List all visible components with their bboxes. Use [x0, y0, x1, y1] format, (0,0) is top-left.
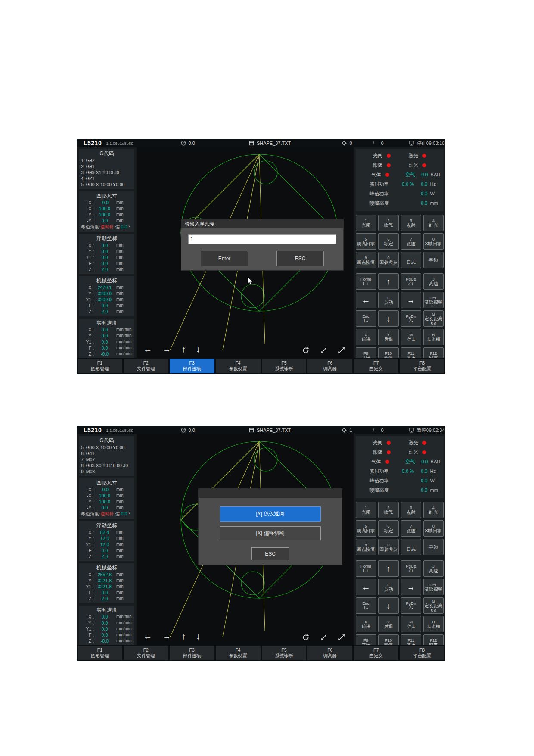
fkey-f1[interactable]: F1图形管理: [78, 359, 122, 373]
keypad-button[interactable]: -日志: [401, 252, 421, 268]
keypad-button[interactable]: G定长距离5.0: [423, 310, 444, 327]
enter-button[interactable]: Enter: [201, 251, 248, 266]
keypad-button[interactable]: DEL清除报警: [423, 292, 444, 308]
keypad-button[interactable]: 7跟随: [401, 233, 421, 250]
esc-button[interactable]: ESC: [251, 547, 289, 560]
refresh-icon[interactable]: [302, 347, 310, 354]
fit-view-icon[interactable]: [321, 634, 327, 640]
keypad-button[interactable]: Y后退: [378, 329, 398, 345]
keypad-button[interactable]: ↑: [378, 273, 398, 290]
offset-cut-button[interactable]: [X] 偏移切割: [220, 526, 321, 540]
keypad-button[interactable]: 9断点恢复: [356, 252, 376, 268]
keypad-button[interactable]: PgUpZ+: [401, 273, 421, 290]
fkey-f6[interactable]: F6调高器: [307, 646, 352, 660]
keypad-button[interactable]: HomeF+: [356, 273, 376, 290]
fkey-f3[interactable]: F3部件选项: [170, 646, 214, 660]
fit-view-icon[interactable]: [321, 347, 327, 353]
pierce-number-input[interactable]: [188, 234, 336, 244]
keypad-button[interactable]: F点动: [378, 579, 398, 595]
monitor-icon: [409, 428, 414, 433]
keypad-button[interactable]: 寻边: [423, 539, 444, 555]
keypad-button[interactable]: →: [401, 579, 421, 595]
pan-right-icon[interactable]: →: [162, 631, 171, 641]
keypad-button[interactable]: 4红光: [423, 215, 444, 231]
keypad-button[interactable]: Y后退: [378, 616, 398, 632]
pan-up-icon[interactable]: ↑: [181, 631, 186, 641]
keypad-button[interactable]: 8X轴回零: [423, 233, 444, 250]
keypad-button[interactable]: M空走: [401, 616, 421, 632]
keypad-button[interactable]: ←: [356, 292, 376, 308]
keypad-button[interactable]: M空走: [401, 329, 421, 345]
keypad-button[interactable]: PgDnZ-: [401, 597, 421, 614]
fkey-f5[interactable]: F5系统诊断: [262, 359, 307, 373]
keypad-button[interactable]: EndF-: [356, 597, 376, 614]
keypad-button[interactable]: 4红光: [423, 502, 444, 518]
pan-up-icon[interactable]: ↑: [181, 344, 186, 354]
keypad-button[interactable]: 2吹气: [378, 215, 398, 231]
edge-angle-unit: °: [127, 511, 130, 516]
keypad-button[interactable]: 8X轴回零: [423, 520, 444, 537]
fkey-f6[interactable]: F6调高器: [307, 359, 352, 373]
fkey-f1[interactable]: F1图形管理: [78, 646, 122, 660]
keypad-button[interactable]: 9断点恢复: [356, 539, 376, 555]
coord-row: Y :0.0mm: [81, 248, 133, 254]
keypad-button[interactable]: ↓: [378, 597, 398, 614]
keypad-button[interactable]: X前进: [356, 329, 376, 345]
keypad-button[interactable]: EndF-: [356, 310, 376, 327]
zoom-extents-icon[interactable]: [338, 347, 345, 354]
keypad-button[interactable]: 1光闸: [356, 502, 376, 518]
keypad-button[interactable]: 1光闸: [356, 215, 376, 231]
keypad-button[interactable]: PgDnZ-: [401, 310, 421, 327]
keypad-button[interactable]: 5调高回零: [356, 233, 376, 250]
pan-right-icon[interactable]: →: [162, 344, 171, 354]
fkey-f8[interactable]: F8平台配置: [400, 646, 444, 660]
pan-down-icon[interactable]: ↓: [196, 344, 200, 354]
keypad-button[interactable]: 寻边: [423, 252, 444, 268]
keypad-button[interactable]: 7跟随: [401, 520, 421, 537]
fkey-f2[interactable]: F2文件管理: [124, 359, 168, 373]
keypad-button[interactable]: 0回参考点: [378, 539, 398, 555]
keypad-button[interactable]: 6标定: [378, 233, 398, 250]
keypad-button[interactable]: PgUpZ+: [401, 560, 421, 577]
keypad-button[interactable]: 6标定: [378, 520, 398, 537]
keypad-button[interactable]: -日志: [401, 539, 421, 555]
keypad-button[interactable]: 3点射: [401, 215, 421, 231]
coord-row: X :2470.1mm: [81, 284, 133, 291]
pan-down-icon[interactable]: ↓: [196, 631, 200, 641]
keypad-button[interactable]: ↓: [378, 310, 398, 327]
pan-left-icon[interactable]: ←: [143, 344, 152, 354]
fkey-f7[interactable]: F7自定义: [354, 646, 398, 660]
keypad-button[interactable]: HomeF+: [356, 560, 376, 577]
fkey-f2[interactable]: F2文件管理: [124, 646, 168, 660]
fkey-f3[interactable]: F3部件选项: [170, 359, 214, 373]
keypad-button[interactable]: 5调高回零: [356, 520, 376, 537]
return-only-button[interactable]: [Y] 仅仅返回: [220, 506, 321, 522]
keypad-button[interactable]: F点动: [378, 292, 398, 308]
gas-type: 空气: [389, 172, 415, 178]
keypad-button[interactable]: J高速: [423, 560, 444, 577]
pan-left-icon[interactable]: ←: [143, 631, 152, 641]
esc-button[interactable]: ESC: [276, 251, 324, 266]
fkey-f5[interactable]: F5系统诊断: [262, 646, 307, 660]
status-row: 喷嘴高度 0.0mm: [358, 198, 441, 208]
refresh-icon[interactable]: [302, 634, 310, 641]
keypad-button[interactable]: J高速: [423, 273, 444, 290]
keypad-button[interactable]: →: [401, 292, 421, 308]
keypad-button[interactable]: 0回参考点: [378, 252, 398, 268]
keypad-button[interactable]: DEL清除报警: [423, 579, 444, 595]
realtime-power-value: 0.0: [414, 469, 427, 474]
keypad-button[interactable]: R走边框: [423, 616, 444, 632]
keypad-button[interactable]: X前进: [356, 616, 376, 632]
gcode-line: 6: G41: [81, 450, 133, 456]
fkey-f7[interactable]: F7自定义: [354, 359, 398, 373]
fkey-f4[interactable]: F4参数设置: [216, 646, 261, 660]
keypad-button[interactable]: 2吹气: [378, 502, 398, 518]
zoom-extents-icon[interactable]: [338, 634, 345, 641]
keypad-button[interactable]: R走边框: [423, 329, 444, 345]
fkey-f8[interactable]: F8平台配置: [400, 359, 444, 373]
keypad-button[interactable]: G定长距离5.0: [423, 597, 444, 614]
keypad-button[interactable]: ↑: [378, 560, 398, 577]
keypad-button[interactable]: 3点射: [401, 502, 421, 518]
keypad-button[interactable]: ←: [356, 579, 376, 595]
fkey-f4[interactable]: F4参数设置: [216, 359, 261, 373]
